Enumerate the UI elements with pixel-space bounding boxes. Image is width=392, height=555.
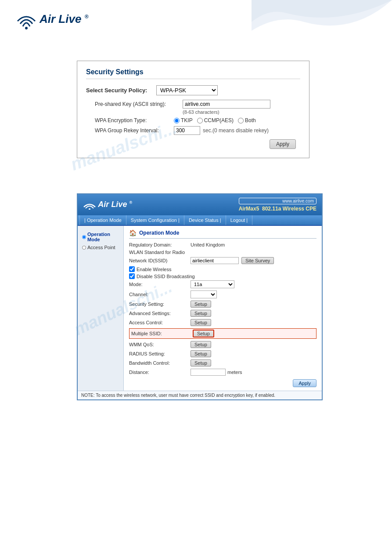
- sidebar-radio-access-point[interactable]: [82, 246, 86, 250]
- bandwidth-control-label: Bandwidth Control:: [129, 360, 191, 366]
- bandwidth-control-row: Bandwidth Control: Setup: [129, 359, 316, 366]
- header-wave-decoration: [252, 0, 392, 34]
- router-ui-panel: Air Live ® www.airlive.com AirMax5 802.1…: [77, 193, 323, 400]
- policy-select[interactable]: WPA-PSK None WEP WPA2-PSK WPA-Enterprise: [156, 85, 218, 95]
- logo-live: Live: [58, 12, 81, 25]
- wmm-qos-button[interactable]: Setup: [191, 341, 211, 348]
- enable-wireless-row: Enable Wireless: [129, 266, 316, 272]
- logo-air: Air: [40, 12, 55, 25]
- sidebar-radio-operation-mode[interactable]: [82, 235, 86, 239]
- preshared-hint: (8-63 characters): [95, 109, 300, 115]
- router-logo-area: Air Live ®: [83, 200, 132, 210]
- encryption-row: WPA Encryption Type: TKIP CCMP(AES) Both: [86, 117, 300, 123]
- policy-label: Select Security Policy:: [86, 87, 156, 94]
- preshared-key-input[interactable]: [183, 100, 270, 109]
- svg-point-1: [89, 208, 90, 210]
- disable-ssid-broadcast-checkbox[interactable]: [129, 273, 135, 279]
- security-setting-button[interactable]: Setup: [191, 301, 211, 308]
- disable-ssid-broadcast-row: Disable SSID Broadcasting: [129, 273, 316, 279]
- logo-registered: ®: [85, 14, 89, 20]
- sidebar-section: Operation Mode Access Point: [80, 230, 121, 251]
- regulatory-domain-row: Regulatory Domain: United Kingdom: [129, 242, 316, 247]
- home-icon: 🏠: [129, 229, 137, 236]
- encryption-ccmp-radio[interactable]: [197, 118, 203, 123]
- distance-input[interactable]: [191, 369, 226, 376]
- encryption-both-radio[interactable]: [238, 118, 244, 123]
- site-survey-button[interactable]: Site Survey: [241, 257, 274, 264]
- radius-setting-button[interactable]: Setup: [191, 350, 211, 357]
- advanced-settings-label: Advanced Settings:: [129, 311, 191, 316]
- regulatory-domain-label: Regulatory Domain:: [129, 242, 191, 247]
- advanced-settings-button[interactable]: Setup: [191, 310, 211, 317]
- distance-label: Distance:: [129, 370, 191, 375]
- encryption-ccmp-option[interactable]: CCMP(AES): [197, 117, 234, 123]
- encryption-ccmp-label: CCMP(AES): [204, 117, 234, 123]
- router-body: Operation Mode Access Point 🏠 Operation …: [78, 226, 322, 391]
- channel-select[interactable]: [191, 290, 217, 298]
- regulatory-domain-value: United Kingdom: [191, 242, 225, 247]
- security-setting-row: Security Setting: Setup: [129, 301, 316, 308]
- multiple-ssid-label: Multiple SSID:: [131, 331, 193, 336]
- encryption-label: WPA Encryption Type:: [95, 117, 174, 123]
- policy-row: Select Security Policy: WPA-PSK None WEP…: [86, 85, 300, 95]
- encryption-tkip-option[interactable]: TKIP: [174, 117, 193, 123]
- mode-select[interactable]: 11a 11b 11g 11n: [191, 280, 234, 288]
- encryption-tkip-radio[interactable]: [174, 118, 180, 123]
- radius-setting-label: RADIUS Setting:: [129, 351, 191, 356]
- nav-operation-mode[interactable]: | Operation Mode: [79, 215, 126, 225]
- security-setting-label: Security Setting:: [129, 301, 191, 307]
- page-header: Air Live ®: [0, 0, 392, 34]
- router-model: AirMax5: [239, 206, 259, 212]
- wmm-qos-label: WMM QoS:: [129, 342, 191, 347]
- enable-wireless-checkbox[interactable]: [129, 266, 135, 272]
- logo-wifi-icon: [13, 8, 40, 30]
- security-settings-panel: Security Settings Select Security Policy…: [77, 61, 309, 158]
- router-website: www.airlive.com: [239, 198, 316, 204]
- nav-logout[interactable]: Logout |: [226, 215, 253, 225]
- router-apply-row: Apply: [129, 379, 316, 387]
- router-main-content: 🏠 Operation Mode Regulatory Domain: Unit…: [124, 226, 322, 391]
- router-apply-button[interactable]: Apply: [293, 379, 316, 387]
- access-control-button[interactable]: Setup: [191, 319, 211, 326]
- router-note: NOTE: To access the wireless network, us…: [78, 391, 322, 399]
- sidebar-label-operation-mode: Operation Mode: [87, 232, 119, 242]
- multiple-ssid-row: Multiple SSID: Setup: [129, 328, 316, 339]
- distance-unit: meters: [227, 370, 242, 375]
- router-product-name: AirMax5 802.11a Wireless CPE: [239, 206, 316, 212]
- security-settings-title: Security Settings: [86, 68, 300, 79]
- disable-ssid-broadcast-label: Disable SSID Broadcasting: [137, 274, 195, 279]
- access-control-label: Access Control:: [129, 320, 191, 325]
- ssid-label: Network ID(SSID): [129, 258, 191, 263]
- sidebar-item-operation-mode[interactable]: Operation Mode: [80, 230, 121, 243]
- sidebar-item-access-point[interactable]: Access Point: [80, 243, 121, 251]
- router-product-desc: 802.11a Wireless CPE: [262, 206, 316, 212]
- advanced-settings-row: Advanced Settings: Setup: [129, 310, 316, 317]
- encryption-both-label: Both: [245, 117, 256, 123]
- nav-device-status[interactable]: Device Status |: [184, 215, 226, 225]
- svg-point-0: [25, 27, 28, 29]
- wlan-standard-label: WLAN Standard for Radio: [129, 250, 191, 255]
- router-logo-air: Air: [98, 200, 109, 209]
- enable-wireless-label: Enable Wireless: [137, 267, 171, 272]
- preshared-row: Pre-shared Key (ASCII string):: [95, 100, 300, 109]
- preshared-section: Pre-shared Key (ASCII string): (8-63 cha…: [86, 100, 300, 115]
- router-sidebar: Operation Mode Access Point: [78, 226, 124, 391]
- multiple-ssid-button[interactable]: Setup: [193, 330, 214, 337]
- rekey-interval-input[interactable]: [174, 126, 200, 135]
- bandwidth-control-button[interactable]: Setup: [191, 359, 211, 366]
- router-nav-bar: | Operation Mode System Configuration | …: [78, 215, 322, 226]
- radius-setting-row: RADIUS Setting: Setup: [129, 350, 316, 357]
- nav-system-config[interactable]: System Configuration |: [126, 215, 184, 225]
- router-header: Air Live ® www.airlive.com AirMax5 802.1…: [78, 194, 322, 215]
- ssid-input[interactable]: [191, 257, 239, 264]
- security-apply-button[interactable]: Apply: [270, 139, 296, 149]
- encryption-both-option[interactable]: Both: [238, 117, 256, 123]
- router-logo: Air Live ®: [83, 200, 132, 210]
- encryption-tkip-label: TKIP: [181, 117, 193, 123]
- preshared-label: Pre-shared Key (ASCII string):: [95, 101, 183, 107]
- encryption-radio-group: TKIP CCMP(AES) Both: [174, 117, 256, 123]
- apply-row: Apply: [86, 139, 300, 149]
- rekey-label: WPA Group Rekey Interval:: [95, 127, 174, 134]
- router-product-area: www.airlive.com AirMax5 802.11a Wireless…: [239, 198, 316, 212]
- router-logo-live: Live: [111, 200, 127, 209]
